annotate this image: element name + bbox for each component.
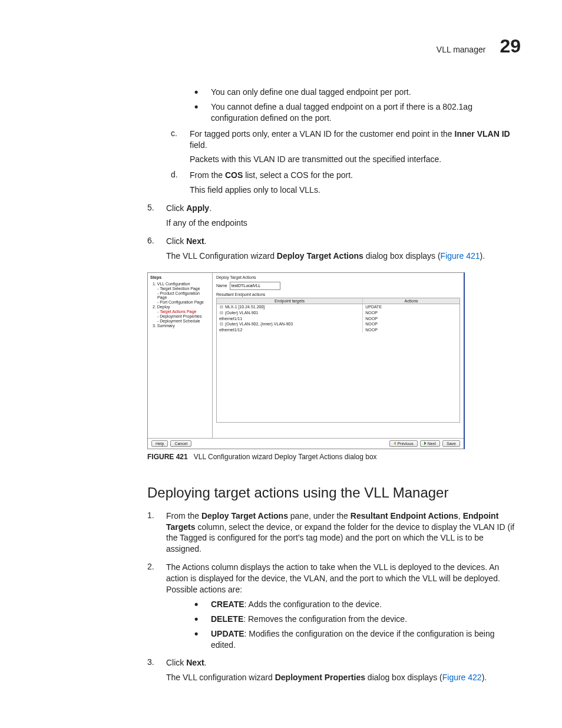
table-header: Endpoint targets Actions [216,298,460,304]
step-subtext: The VLL configuration wizard Deployment … [166,672,521,683]
steps-title: Steps [150,275,210,279]
section-heading: Deploying target actions using the VLL M… [147,485,521,501]
step-subitem: - Target Selection Page [157,286,210,291]
bullet-text: DELETE: Removes the configuration from t… [211,614,407,625]
step-subitem: - Deployment Properties [157,314,210,318]
deploy-step-1: 1. From the Deploy Target Actions pane, … [147,510,521,555]
bullet-icon: • [194,614,203,625]
page: VLL manager 29 • You can only define one… [0,0,562,710]
bullet-icon: • [194,101,203,124]
step-subtext: The VLL Configuration wizard Deploy Targ… [166,251,521,262]
list-marker: d. [171,170,181,181]
deploy-step-3: 3. Click Next. [147,657,521,668]
substep-c: c. For tagged ports only, enter a VLAN I… [171,129,521,151]
header-title: VLL manager [437,45,486,54]
dialog-main-pane: Deploy Target Actions Name Resultant End… [213,273,464,438]
table-row: ⊟ MLX-1 [10.24.51.200]UPDATE [217,304,459,310]
dialog-title: Deploy Target Actions [216,275,460,279]
bullet-icon: • [194,628,203,651]
bullet-text: You cannot define a dual tagged endpoint… [211,101,521,124]
bullet-item: • DELETE: Removes the configuration from… [194,614,521,625]
resultant-title: Resultant Endpoint actions [216,292,460,297]
dialog-box: Steps 1. VLL Configuration - Target Sele… [147,272,465,449]
steps-pane: Steps 1. VLL Configuration - Target Sele… [148,273,213,438]
name-row: Name [216,282,460,290]
step-text: Click Apply. [166,203,211,214]
dialog-footer: Help Cancel Previous Next Save [148,438,464,449]
substep-text: From the COS list, select a COS for the … [190,170,353,181]
step-5: 5. Click Apply. [147,203,521,214]
step-item: 2. Deploy [153,305,210,309]
list-marker: 3. [147,657,158,668]
tree-collapse-icon[interactable]: ⊟ [219,322,224,327]
step-text: The Actions column displays the action t… [166,562,521,595]
step-subitem-active: - Target Actions Page [157,309,210,314]
substep-text: For tagged ports only, enter a VLAN ID f… [190,129,521,151]
bullet-item: • CREATE: Adds the configuration to the … [194,599,521,610]
list-marker: 6. [147,236,158,247]
table-row: ethernet1/11NOOP [217,316,459,321]
table-body: ⊟ MLX-1 [10.24.51.200]UPDATE ⊟ (Outer) V… [216,304,460,423]
next-button[interactable]: Next [420,440,440,447]
step-subitem: - Deployment Schedule [157,319,210,323]
table-row: ⊟ (Outer) VLAN-901NOOP [217,310,459,316]
step-subitem: - Product Configuration Page [157,291,210,299]
step-item: 1. VLL Configuration [153,282,210,286]
bullet-icon: • [194,87,203,98]
bullet-text: CREATE: Adds the configuration to the de… [211,599,382,610]
substep-subtext: Packets with this VLAN ID are transmitte… [190,154,521,165]
deploy-step-2: 2. The Actions column displays the actio… [147,562,521,595]
tree-collapse-icon[interactable]: ⊟ [219,311,224,315]
step-text: Click Next. [166,236,206,247]
bullet-icon: • [194,599,203,610]
list-marker: 1. [147,510,158,555]
bullet-text: You can only define one dual tagged endp… [211,87,411,98]
tree-collapse-icon[interactable]: ⊟ [219,305,224,309]
table-row: ethernet1/12NOOP [217,327,459,332]
list-marker: 5. [147,203,158,214]
table-row: ⊟ (Outer) VLAN-902, (Inner) VLAN-903NOOP [217,321,459,327]
figure-caption: FIGURE 421 VLL Configuration wizard Depl… [147,453,521,461]
list-marker: 2. [147,562,158,595]
help-button[interactable]: Help [151,440,168,447]
step-subitem: - Port Configuration Page [157,300,210,304]
bullet-text: UPDATE: Modifies the configuration on th… [211,628,521,651]
step-subtext: If any of the endpoints [166,218,521,229]
name-label: Name [216,284,227,288]
figure-421: Steps 1. VLL Configuration - Target Sele… [147,272,521,461]
previous-button[interactable]: Previous [389,440,417,447]
list-marker: c. [171,129,181,151]
figure-link[interactable]: Figure 421 [441,251,480,261]
save-button[interactable]: Save [442,440,460,447]
arrow-left-icon [394,442,396,445]
col-endpoint-targets: Endpoint targets [217,298,362,304]
figure-label: FIGURE 421 [147,453,188,461]
substep-d: d. From the COS list, select a COS for t… [171,170,521,181]
page-header: VLL manager 29 [41,35,521,57]
name-input[interactable] [230,282,280,290]
col-actions: Actions [362,298,459,304]
chapter-number: 29 [500,35,521,57]
substep-subtext: This field applies only to local VLLs. [190,185,521,196]
bullet-item: • UPDATE: Modifies the configuration on … [194,628,521,651]
figure-caption-text: VLL Configuration wizard Deploy Target A… [194,453,377,461]
figure-link[interactable]: Figure 422 [442,673,482,682]
step-item: 3. Summary [153,324,210,328]
bullet-item: • You can only define one dual tagged en… [194,87,521,98]
bullet-item: • You cannot define a dual tagged endpoi… [194,101,521,124]
step-text: From the Deploy Target Actions pane, und… [166,510,521,555]
cancel-button[interactable]: Cancel [170,440,191,447]
step-text: Click Next. [166,657,206,668]
arrow-right-icon [424,442,427,445]
step-6: 6. Click Next. [147,236,521,247]
